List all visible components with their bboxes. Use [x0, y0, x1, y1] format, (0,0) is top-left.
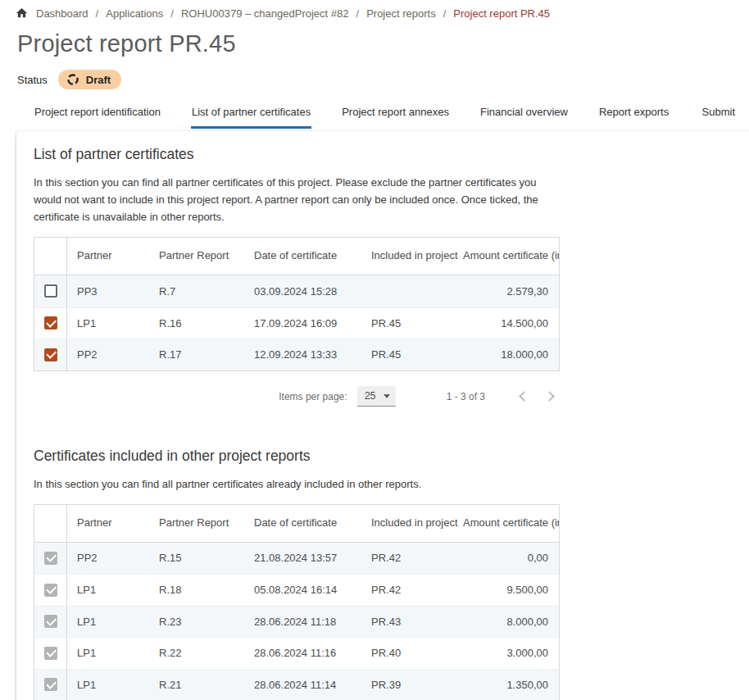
- draft-status-icon: [66, 73, 79, 86]
- table-row: LP1R.2128.06.2024 11:14PR.391.350,00: [34, 669, 559, 700]
- cell-partner: PP3: [67, 285, 149, 298]
- cell-partner: LP1: [67, 317, 149, 330]
- cell-amount-certificate: 0,00: [458, 552, 559, 564]
- home-icon[interactable]: [15, 7, 29, 20]
- status-row: Status Draft: [17, 70, 749, 89]
- checkbox-cell: [34, 275, 67, 307]
- include-certificate-checkbox[interactable]: [44, 284, 57, 298]
- checkbox-cell: [34, 575, 67, 606]
- table-row: LP1R.1805.08.2024 16:14PR.429.500,00: [34, 574, 559, 606]
- cell-included-in-project-report: PR.39: [361, 679, 458, 691]
- breadcrumb-link-project-reports[interactable]: Project reports: [366, 7, 436, 20]
- tab-report-exports[interactable]: Report exports: [598, 101, 670, 129]
- cell-partner-report: R.23: [149, 616, 244, 628]
- cell-amount-certificate: 14.500,00: [458, 317, 559, 330]
- header-partner: Partner: [67, 244, 149, 268]
- tab-list-of-partner-certificates[interactable]: List of partner certificates: [191, 101, 311, 129]
- table-row: PP2R.1712.09.2024 13:33PR.4518.000,00: [34, 339, 559, 370]
- header-partner-report: Partner Report: [149, 511, 244, 535]
- cell-amount-certificate: 8.000,00: [458, 616, 559, 628]
- table-header: Partner Partner Report Date of certifica…: [34, 238, 559, 275]
- cell-amount-certificate: 9.500,00: [458, 584, 559, 596]
- partner-certificates-table: Partner Partner Report Date of certifica…: [34, 237, 560, 371]
- cell-date-of-certificate: 21.08.2024 13:57: [244, 552, 361, 564]
- status-label: Status: [17, 74, 48, 86]
- cell-partner-report: R.17: [149, 348, 244, 361]
- cell-partner: LP1: [67, 679, 149, 691]
- cell-date-of-certificate: 05.08.2024 16:14: [244, 584, 361, 596]
- cell-partner-report: R.21: [149, 679, 244, 691]
- cell-date-of-certificate: 28.06.2024 11:16: [244, 647, 361, 659]
- tab-financial-overview[interactable]: Financial overview: [479, 101, 569, 129]
- header-amount-certificate: Amount certificate (in Euro): [458, 511, 559, 535]
- paginator: Items per page: 25 1 - 3 of 3: [34, 383, 561, 411]
- page-size-value: 25: [365, 390, 376, 402]
- tab-bar: Project report identification List of pa…: [0, 101, 749, 129]
- breadcrumb-separator: /: [96, 7, 99, 20]
- include-certificate-checkbox: [44, 552, 57, 565]
- table-row: PP2R.1521.08.2024 13:57PR.420,00: [34, 543, 559, 575]
- cell-date-of-certificate: 12.09.2024 13:33: [244, 348, 361, 361]
- header-amount-certificate: Amount certificate (in Euro): [458, 244, 559, 268]
- header-checkbox-column: [34, 505, 67, 542]
- checkbox-cell: [34, 339, 67, 370]
- include-certificate-checkbox: [44, 615, 57, 628]
- table-header: Partner Partner Report Date of certifica…: [34, 505, 559, 543]
- table-row: LP1R.2328.06.2024 11:18PR.438.000,00: [34, 606, 559, 638]
- content-card: List of partner certificates In this sec…: [16, 131, 749, 700]
- breadcrumb-link-applications[interactable]: Applications: [106, 7, 163, 20]
- cell-amount-certificate: 18.000,00: [458, 348, 559, 361]
- table-row: PP3R.703.09.2024 15:282.579,30: [34, 275, 559, 307]
- section-description: In this section you can find all partner…: [34, 475, 566, 493]
- items-per-page-label: Items per page:: [279, 391, 347, 402]
- tab-project-report-annexes[interactable]: Project report annexes: [341, 101, 450, 129]
- cell-partner-report: R.18: [149, 584, 244, 596]
- cell-partner-report: R.22: [149, 647, 244, 659]
- cell-date-of-certificate: 28.06.2024 11:18: [244, 616, 361, 628]
- breadcrumb-current: Project report PR.45: [453, 7, 550, 20]
- header-checkbox-column: [34, 238, 67, 275]
- cell-partner: LP1: [67, 647, 149, 659]
- cell-partner: LP1: [67, 616, 149, 628]
- header-date-of-certificate: Date of certificate: [244, 511, 361, 535]
- checkbox-cell: [34, 308, 67, 339]
- cell-included-in-project-report: PR.42: [361, 584, 458, 596]
- cell-date-of-certificate: 28.06.2024 11:14: [244, 679, 361, 691]
- page-size-select[interactable]: 25: [357, 386, 396, 407]
- include-certificate-checkbox[interactable]: [44, 316, 57, 330]
- cell-amount-certificate: 2.579,30: [458, 285, 559, 298]
- section-certificates-in-other-reports: Certificates included in other project r…: [34, 448, 729, 700]
- include-certificate-checkbox: [44, 647, 57, 660]
- breadcrumb-separator: /: [356, 7, 360, 20]
- tab-submit[interactable]: Submit: [701, 101, 736, 129]
- chevron-right-icon: [544, 391, 555, 402]
- page-title: Project report PR.45: [17, 30, 749, 57]
- include-certificate-checkbox: [44, 678, 57, 691]
- cell-amount-certificate: 1.350,00: [458, 679, 559, 691]
- breadcrumb-link-project[interactable]: ROHU00379 – changedProject #82: [181, 7, 349, 20]
- section-list-of-partner-certificates: List of partner certificates In this sec…: [34, 146, 729, 411]
- section-title: List of partner certificates: [34, 146, 729, 163]
- section-description: In this section you can find all partner…: [34, 174, 566, 225]
- cell-date-of-certificate: 03.09.2024 15:28: [244, 285, 361, 298]
- next-page-button: [541, 387, 561, 407]
- cell-partner-report: R.16: [149, 317, 244, 330]
- paginator-range: 1 - 3 of 3: [447, 391, 485, 402]
- header-partner: Partner: [67, 511, 149, 535]
- breadcrumb-link-dashboard[interactable]: Dashboard: [36, 7, 89, 20]
- cell-included-in-project-report: PR.45: [361, 317, 458, 330]
- cell-partner: PP2: [67, 348, 149, 361]
- cell-partner-report: R.15: [149, 552, 244, 564]
- status-value: Draft: [86, 74, 111, 86]
- header-date-of-certificate: Date of certificate: [244, 244, 361, 268]
- checkbox-cell: [34, 543, 67, 575]
- tab-project-report-identification[interactable]: Project report identification: [34, 101, 161, 129]
- cell-partner: PP2: [67, 552, 149, 564]
- breadcrumb-separator: /: [443, 7, 447, 20]
- header-included-in-project-report: Included in project report: [361, 244, 458, 268]
- header-partner-report: Partner Report: [149, 244, 244, 268]
- checkbox-cell: [34, 638, 67, 669]
- include-certificate-checkbox[interactable]: [44, 348, 57, 361]
- chevron-down-icon: [384, 394, 390, 398]
- status-badge: Draft: [58, 70, 121, 89]
